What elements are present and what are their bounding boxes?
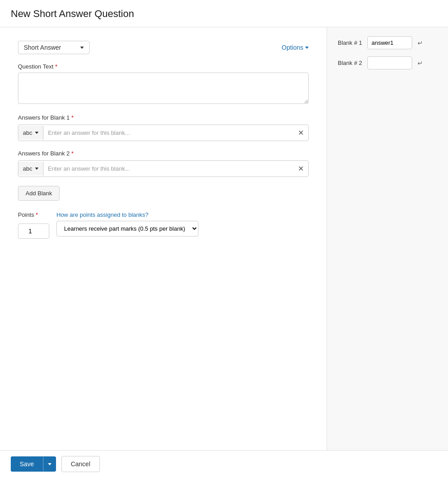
blank2-section: Answers for Blank 2 * abc ✕ <box>18 150 309 177</box>
blank1-remove-button[interactable]: ✕ <box>293 125 308 141</box>
add-blank-button[interactable]: Add Blank <box>18 186 60 201</box>
question-type-row: Short Answer Options <box>18 41 309 54</box>
points-input[interactable] <box>18 223 49 239</box>
marks-group: How are points assigned to blanks? Learn… <box>56 211 198 236</box>
sidebar-blank2-input[interactable] <box>367 56 412 69</box>
blank1-type-chevron-icon <box>35 132 39 134</box>
blank2-type-label: abc <box>23 165 32 172</box>
blank2-type-button[interactable]: abc <box>18 162 43 176</box>
footer-bar: Save Cancel <box>0 450 448 451</box>
points-row: Points * How are points assigned to blan… <box>18 211 309 239</box>
marks-select[interactable]: Learners receive part marks (0.5 pts per… <box>57 221 198 236</box>
blank2-remove-button[interactable]: ✕ <box>293 161 308 176</box>
blank1-answer-row: abc ✕ <box>18 125 309 141</box>
question-text-required: * <box>53 63 57 70</box>
blank2-answer-row: abc ✕ <box>18 160 309 177</box>
options-link[interactable]: Options <box>282 44 309 51</box>
form-area: Short Answer Options Question Text * Ans… <box>0 27 327 451</box>
sidebar-blank2-row: Blank # 2 ↵ <box>338 56 437 69</box>
marks-link[interactable]: How are points assigned to blanks? <box>56 211 198 218</box>
sidebar-blank2-label: Blank # 2 <box>338 60 362 66</box>
blank2-type-chevron-icon <box>35 168 39 170</box>
points-required: * <box>34 211 38 218</box>
blank2-label: Answers for Blank 2 * <box>18 150 309 157</box>
sidebar: Blank # 1 ↵ Blank # 2 ↵ <box>327 27 448 451</box>
blank1-required: * <box>70 114 74 121</box>
blank2-required: * <box>70 150 74 157</box>
question-text-input[interactable] <box>18 73 309 104</box>
question-text-label: Question Text * <box>18 63 309 70</box>
sidebar-blank1-input[interactable] <box>367 36 412 49</box>
marks-select-wrapper: Learners receive part marks (0.5 pts per… <box>56 221 198 236</box>
blank1-label: Answers for Blank 1 * <box>18 114 309 121</box>
blank1-type-label: abc <box>23 129 32 136</box>
question-type-select[interactable]: Short Answer <box>18 41 90 54</box>
points-label: Points * <box>18 211 49 218</box>
points-group: Points * <box>18 211 49 239</box>
page-title: New Short Answer Question <box>0 0 448 27</box>
blank2-answer-input[interactable] <box>43 162 293 176</box>
blank1-answer-input[interactable] <box>43 126 293 140</box>
blank1-type-button[interactable]: abc <box>18 126 43 140</box>
sidebar-blank1-label: Blank # 1 <box>338 39 362 46</box>
question-type-chevron-icon <box>80 47 84 49</box>
options-chevron-icon <box>305 47 309 49</box>
options-link-label: Options <box>282 44 303 51</box>
sidebar-blank1-row: Blank # 1 ↵ <box>338 36 437 49</box>
sidebar-blank2-action-icon[interactable]: ↵ <box>418 60 423 67</box>
question-type-label: Short Answer <box>24 44 61 51</box>
blank1-section: Answers for Blank 1 * abc ✕ <box>18 114 309 141</box>
sidebar-blank1-action-icon[interactable]: ↵ <box>418 39 423 47</box>
